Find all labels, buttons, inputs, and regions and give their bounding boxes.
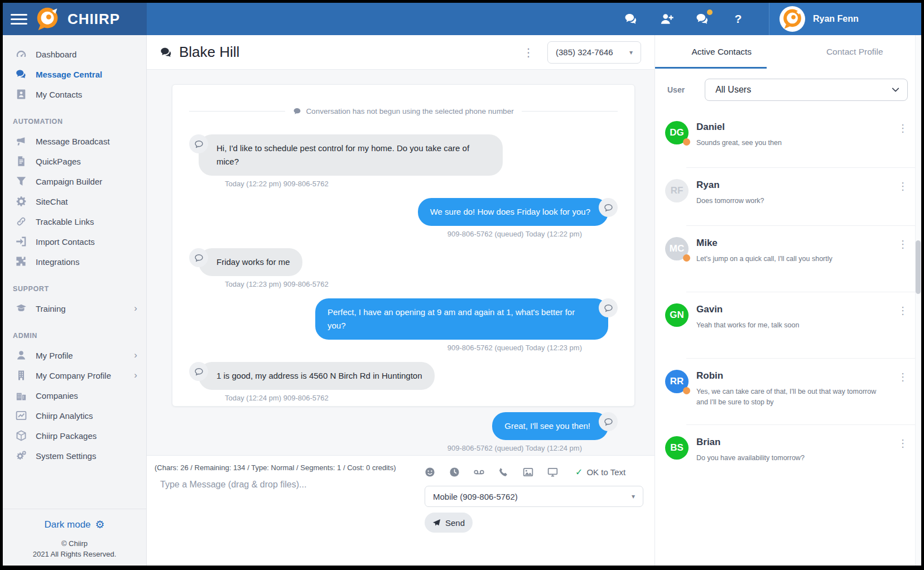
- screen-monitor-icon[interactable]: [547, 467, 558, 477]
- contact-options-kebab-icon[interactable]: ⋮: [898, 303, 908, 356]
- message-bubble-icon: [189, 134, 208, 153]
- sidebar: Dashboard Message Central My Contacts AU…: [3, 35, 147, 566]
- sidebar-item-label: Chiirp Packages: [36, 431, 97, 441]
- contact-row-robin[interactable]: RR Robin Yes, we can take care of that, …: [655, 359, 921, 424]
- topbar-main: ?: [147, 3, 769, 35]
- compose-area: (Chars: 26 / Remaining: 134 / Type: Norm…: [147, 455, 654, 566]
- sidebar-item-training[interactable]: Training ›: [3, 298, 146, 318]
- tab-contact-profile[interactable]: Contact Profile: [788, 35, 922, 69]
- message-text: We sure do! How does Friday look for you…: [418, 198, 608, 226]
- caret-down-icon: ▾: [632, 492, 635, 500]
- sidebar-item-quickpages[interactable]: QuickPages: [3, 151, 146, 171]
- chiirp-logo-icon: [35, 7, 60, 31]
- call-phone-icon[interactable]: [498, 467, 509, 477]
- active-contacts-list[interactable]: DG Daniel Sounds great, see you then ⋮ R…: [655, 110, 921, 566]
- emoji-icon[interactable]: [425, 467, 435, 477]
- ok-to-text-label: OK to Text: [586, 467, 625, 477]
- help-icon[interactable]: ?: [731, 12, 745, 26]
- right-panel-tabs: Active Contacts Contact Profile: [655, 35, 921, 69]
- tab-active-contacts[interactable]: Active Contacts: [655, 35, 788, 69]
- message-input[interactable]: [153, 479, 419, 545]
- avatar: BS: [665, 436, 689, 460]
- sidebar-item-label: Training: [36, 304, 66, 313]
- sidebar-item-sitechat[interactable]: SiteChat: [3, 191, 146, 211]
- add-contact-icon[interactable]: [660, 12, 674, 26]
- copyright-line1: © Chiirp: [3, 539, 146, 549]
- contact-preview: Does tomorrow work?: [696, 196, 880, 206]
- active-tab-underline: [655, 67, 767, 69]
- link-icon: [15, 216, 27, 228]
- sidebar-item-my-contacts[interactable]: My Contacts: [3, 84, 146, 104]
- contact-options-kebab-icon[interactable]: ⋮: [898, 179, 908, 223]
- sidebar-item-chiirp-packages[interactable]: Chiirp Packages: [3, 426, 146, 446]
- contact-row-daniel[interactable]: DG Daniel Sounds great, see you then ⋮: [655, 110, 921, 167]
- sidebar-item-companies[interactable]: Companies: [3, 385, 146, 405]
- contact-preview: Do you have availability tomorrow?: [696, 453, 880, 463]
- avatar: RF: [665, 179, 689, 202]
- message-incoming: 1 is good, my address is 4560 N Birch Rd…: [189, 362, 618, 407]
- contact-row-mike[interactable]: MC Mike Let's jump on a quick call, I'll…: [655, 226, 921, 292]
- sidebar-item-label: Companies: [36, 391, 78, 400]
- sidebar-item-label: My Company Profile: [36, 371, 111, 380]
- contact-options-kebab-icon[interactable]: ⋮: [898, 237, 908, 289]
- voicemail-icon[interactable]: [474, 467, 484, 477]
- contact-options-kebab-icon[interactable]: ⋮: [898, 370, 908, 422]
- message-bubble-icon: [189, 362, 208, 381]
- sidebar-item-message-central[interactable]: Message Central: [3, 64, 146, 84]
- schedule-clock-icon[interactable]: [449, 467, 460, 477]
- message-text: Great, I'll see you then!: [492, 412, 608, 440]
- notifications-icon[interactable]: [695, 12, 710, 26]
- sidebar-item-import-contacts[interactable]: Import Contacts: [3, 231, 146, 252]
- presence-dot: [683, 254, 690, 262]
- contact-options-kebab-icon[interactable]: ⋮: [898, 121, 908, 165]
- contact-name: Mike: [696, 238, 890, 249]
- sidebar-item-chiirp-analytics[interactable]: Chiirp Analytics: [3, 405, 146, 426]
- contact-row-gavin[interactable]: GN Gavin Yeah that works for me, talk so…: [655, 292, 921, 358]
- sidebar-item-integrations[interactable]: Integrations: [3, 252, 146, 272]
- sidebar-item-label: QuickPages: [36, 157, 81, 166]
- message-bubble-icon: [599, 298, 618, 317]
- contact-name: Gavin: [696, 304, 890, 315]
- chevron-down-icon: [892, 86, 899, 94]
- page-scrollbar[interactable]: [915, 35, 921, 566]
- message-bubble-icon: [599, 412, 618, 431]
- right-panel: Active Contacts Contact Profile User All…: [654, 35, 921, 566]
- send-number-select[interactable]: Mobile (909-806-5762) ▾: [425, 486, 643, 507]
- sidebar-item-my-profile[interactable]: My Profile ›: [3, 345, 146, 365]
- scrollbar-thumb[interactable]: [916, 240, 921, 294]
- chat-options-kebab-icon[interactable]: ⋮: [523, 47, 534, 58]
- conversation-scroll[interactable]: Conversation has not begun using the sel…: [147, 70, 654, 455]
- topbar-user-area[interactable]: Ryan Fenn: [769, 3, 921, 35]
- avatar-initials: GN: [665, 303, 689, 327]
- send-button[interactable]: Send: [425, 513, 473, 533]
- graduation-cap-icon: [15, 303, 27, 315]
- sidebar-item-trackable-links[interactable]: Trackable Links: [3, 211, 146, 231]
- app-window: CHIIRP ? Ryan Fenn Dashboard Message Cen…: [0, 0, 924, 570]
- sidebar-item-campaign-builder[interactable]: Campaign Builder: [3, 171, 146, 191]
- hamburger-menu-icon[interactable]: [11, 14, 27, 25]
- dark-mode-toggle[interactable]: Dark mode ⚙: [44, 518, 104, 531]
- contact-name: Ryan: [696, 180, 890, 191]
- funnel-icon: [15, 176, 27, 187]
- sidebar-item-label: Campaign Builder: [36, 177, 102, 186]
- contact-options-kebab-icon[interactable]: ⋮: [898, 436, 908, 480]
- sidebar-item-system-settings[interactable]: System Settings: [3, 446, 146, 466]
- sidebar-item-my-company-profile[interactable]: My Company Profile ›: [3, 365, 146, 385]
- chat-bubbles-icon: [160, 46, 172, 59]
- sidebar-item-dashboard[interactable]: Dashboard: [3, 44, 146, 64]
- sidebar-item-label: My Contacts: [36, 90, 82, 99]
- user-name: Ryan Fenn: [813, 14, 859, 24]
- user-filter-select[interactable]: All Users: [705, 79, 908, 101]
- contact-row-ryan[interactable]: RF Ryan Does tomorrow work? ⋮: [655, 168, 921, 225]
- contact-row-brian[interactable]: BS Brian Do you have availability tomorr…: [655, 425, 921, 482]
- messages-icon[interactable]: [624, 12, 638, 26]
- user-filter-value: All Users: [715, 85, 751, 95]
- attach-image-icon[interactable]: [523, 467, 533, 477]
- avatar: GN: [665, 303, 689, 327]
- building-icon: [15, 370, 27, 381]
- person-icon: [15, 350, 27, 361]
- conversation-card: Conversation has not begun using the sel…: [172, 84, 635, 407]
- send-label: Send: [445, 518, 465, 528]
- phone-number-select[interactable]: (385) 324-7646 ▾: [547, 41, 641, 64]
- sidebar-item-message-broadcast[interactable]: Message Broadcast: [3, 131, 146, 151]
